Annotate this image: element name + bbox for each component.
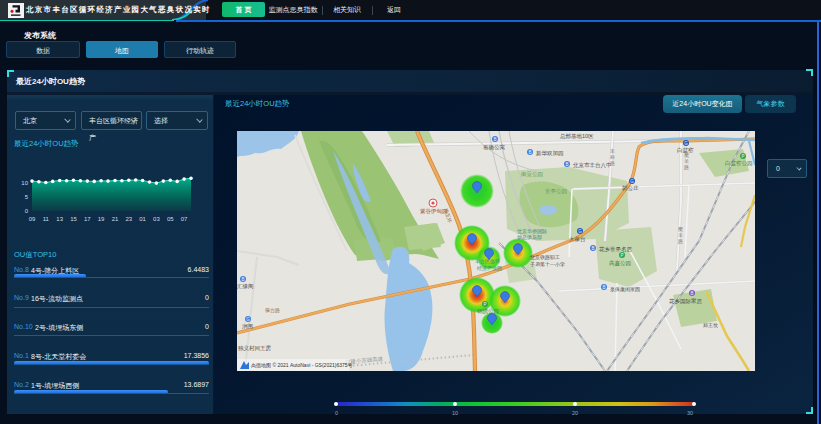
- svg-text:17: 17: [84, 216, 91, 222]
- svg-text:01: 01: [139, 216, 146, 222]
- svg-text:19: 19: [98, 216, 105, 222]
- svg-text:11: 11: [43, 216, 50, 222]
- svg-text:05: 05: [167, 216, 174, 222]
- svg-text:21: 21: [112, 216, 119, 222]
- svg-text:09: 09: [29, 216, 36, 222]
- svg-text:03: 03: [153, 216, 160, 222]
- svg-text:0: 0: [25, 208, 29, 214]
- svg-text:13: 13: [56, 216, 63, 222]
- svg-text:23: 23: [125, 216, 132, 222]
- svg-text:5: 5: [25, 194, 29, 200]
- svg-text:07: 07: [181, 216, 188, 222]
- svg-text:15: 15: [70, 216, 77, 222]
- svg-text:10: 10: [21, 180, 28, 186]
